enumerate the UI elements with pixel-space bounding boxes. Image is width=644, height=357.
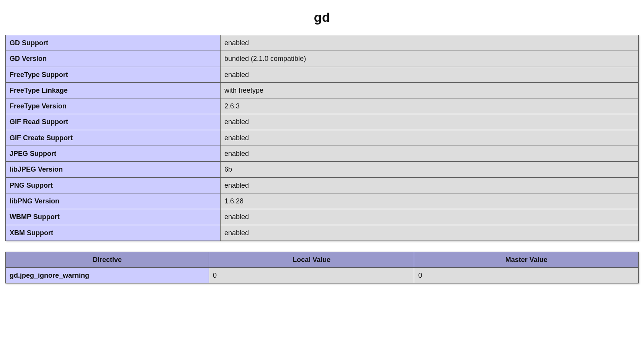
gd-directive-table: Directive Local Value Master Value gd.jp… bbox=[5, 252, 639, 284]
info-value: with freetype bbox=[221, 82, 639, 98]
col-header-directive: Directive bbox=[6, 252, 209, 267]
info-label: libPNG Version bbox=[6, 193, 221, 209]
info-label: JPEG Support bbox=[6, 146, 221, 162]
table-row: gd.jpeg_ignore_warning 0 0 bbox=[6, 268, 639, 283]
info-value: 2.6.3 bbox=[221, 98, 639, 114]
info-value: enabled bbox=[221, 146, 639, 162]
info-value: enabled bbox=[221, 67, 639, 82]
info-value: enabled bbox=[221, 35, 639, 51]
info-label: GIF Read Support bbox=[6, 114, 221, 130]
info-label: PNG Support bbox=[6, 177, 221, 193]
directive-master: 0 bbox=[414, 268, 639, 283]
table-header-row: Directive Local Value Master Value bbox=[6, 252, 639, 267]
section-title: gd bbox=[5, 10, 639, 25]
info-label: XBM Support bbox=[6, 225, 221, 241]
info-value: enabled bbox=[221, 177, 639, 193]
info-label: GD Version bbox=[6, 51, 221, 67]
table-row: WBMP Support enabled bbox=[6, 209, 639, 225]
table-row: PNG Support enabled bbox=[6, 177, 639, 193]
directive-local: 0 bbox=[209, 268, 414, 283]
info-value: 1.6.28 bbox=[221, 193, 639, 209]
table-row: GD Support enabled bbox=[6, 35, 639, 51]
table-row: FreeType Linkage with freetype bbox=[6, 82, 639, 98]
table-row: XBM Support enabled bbox=[6, 225, 639, 241]
info-value: enabled bbox=[221, 209, 639, 225]
info-value: enabled bbox=[221, 114, 639, 130]
table-row: libPNG Version 1.6.28 bbox=[6, 193, 639, 209]
directive-name: gd.jpeg_ignore_warning bbox=[6, 268, 209, 283]
info-label: WBMP Support bbox=[6, 209, 221, 225]
info-value: enabled bbox=[221, 225, 639, 241]
info-label: FreeType Linkage bbox=[6, 82, 221, 98]
info-label: GIF Create Support bbox=[6, 130, 221, 146]
col-header-master-value: Master Value bbox=[414, 252, 639, 267]
table-row: libJPEG Version 6b bbox=[6, 162, 639, 177]
info-value: bundled (2.1.0 compatible) bbox=[221, 51, 639, 67]
table-row: FreeType Version 2.6.3 bbox=[6, 98, 639, 114]
table-row: GD Version bundled (2.1.0 compatible) bbox=[6, 51, 639, 67]
col-header-local-value: Local Value bbox=[209, 252, 414, 267]
table-row: GIF Create Support enabled bbox=[6, 130, 639, 146]
info-value: enabled bbox=[221, 130, 639, 146]
table-row: GIF Read Support enabled bbox=[6, 114, 639, 130]
gd-info-table: GD Support enabled GD Version bundled (2… bbox=[5, 35, 639, 241]
info-label: FreeType Version bbox=[6, 98, 221, 114]
info-label: libJPEG Version bbox=[6, 162, 221, 177]
info-label: FreeType Support bbox=[6, 67, 221, 82]
info-value: 6b bbox=[221, 162, 639, 177]
info-label: GD Support bbox=[6, 35, 221, 51]
table-row: FreeType Support enabled bbox=[6, 67, 639, 82]
table-row: JPEG Support enabled bbox=[6, 146, 639, 162]
